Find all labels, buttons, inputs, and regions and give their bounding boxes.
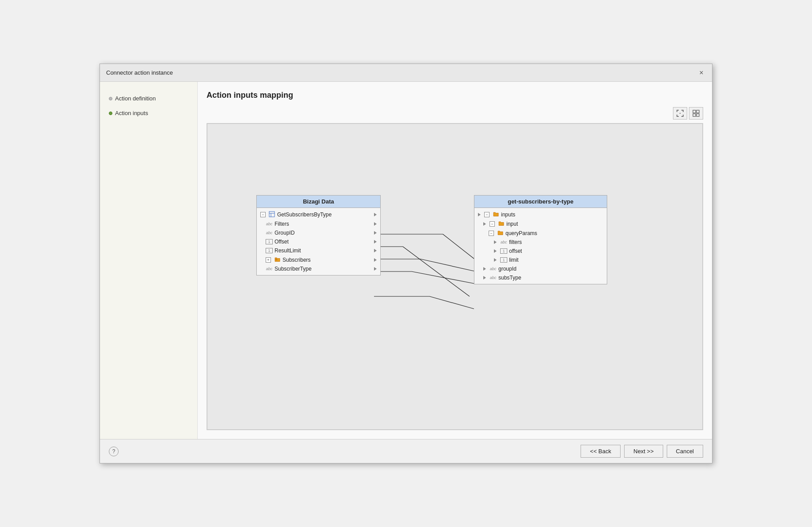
row-label-substype: subsType xyxy=(498,275,521,281)
table-row: − input xyxy=(480,219,607,228)
sidebar-label-action-definition: Action definition xyxy=(115,95,156,102)
right-data-box: get-subscribers-by-type − inputs xyxy=(474,195,607,284)
port-left-inputs xyxy=(478,213,481,216)
svg-rect-2 xyxy=(693,114,696,116)
row-label-getsubscribersbytype: GetSubscribersByType xyxy=(277,212,332,218)
svg-rect-3 xyxy=(697,114,699,116)
help-button[interactable]: ? xyxy=(109,447,119,456)
collapse-icon[interactable]: − xyxy=(489,231,494,236)
footer-buttons: << Back Next >> Cancel xyxy=(581,445,703,458)
num-icon: 1 xyxy=(266,248,273,253)
abc-icon: abc xyxy=(490,267,497,271)
folder-icon xyxy=(498,220,505,227)
title-bar: Connector action instance × xyxy=(100,64,712,82)
port-left-r-offset xyxy=(494,249,497,253)
abc-icon: abc xyxy=(500,240,507,244)
sidebar-label-action-inputs: Action inputs xyxy=(115,110,148,116)
cancel-button[interactable]: Cancel xyxy=(667,445,703,458)
num-icon: 1 xyxy=(266,239,273,244)
svg-line-9 xyxy=(421,259,474,271)
abc-icon: abc xyxy=(490,275,497,280)
collapse-icon[interactable]: − xyxy=(484,212,490,217)
port-left-groupid-r xyxy=(483,267,486,271)
table-row: abc groupId xyxy=(480,264,607,273)
dialog-title: Connector action instance xyxy=(106,69,173,76)
port-left-substype xyxy=(483,276,486,279)
num-icon: 1 xyxy=(500,248,507,254)
svg-line-7 xyxy=(403,247,470,296)
row-label-subscribertype: SubscriberType xyxy=(275,266,311,272)
port-right-groupid xyxy=(374,231,377,235)
table-row: abc filters xyxy=(490,238,607,247)
close-button[interactable]: × xyxy=(697,68,706,77)
sidebar: Action definition Action inputs xyxy=(100,82,198,439)
table-row: 1 offset xyxy=(490,247,607,256)
main-content: Action inputs mapping xyxy=(198,82,712,439)
fit-button[interactable] xyxy=(673,107,687,120)
row-label-groupid-r: groupId xyxy=(498,266,517,272)
svg-rect-1 xyxy=(697,110,699,113)
row-label-resultlimit: ResultLimit xyxy=(275,248,301,254)
dialog-body: Action definition Action inputs Action i… xyxy=(100,82,712,439)
connector-lines xyxy=(207,124,702,429)
row-label-input: input xyxy=(506,221,518,227)
abc-icon: abc xyxy=(266,222,273,226)
table-row: 1 ResultLimit xyxy=(262,246,380,255)
svg-line-11 xyxy=(412,271,474,283)
right-box-rows: − inputs − xyxy=(474,208,607,284)
row-label-r-filters: filters xyxy=(509,239,522,245)
table-row: − GetSubscribersByType xyxy=(257,210,380,220)
table-row: abc subsType xyxy=(480,273,607,282)
svg-rect-14 xyxy=(269,212,275,217)
port-right-subscribers xyxy=(374,258,377,262)
left-data-box: Bizagi Data − xyxy=(256,195,381,275)
abc-icon: abc xyxy=(266,231,273,235)
table-row: − inputs xyxy=(474,210,607,219)
page-title: Action inputs mapping xyxy=(207,91,703,100)
table-row: 1 limit xyxy=(490,256,607,264)
next-button[interactable]: Next >> xyxy=(624,445,663,458)
port-right-subscribertype xyxy=(374,267,377,271)
sidebar-item-action-inputs[interactable]: Action inputs xyxy=(109,110,188,116)
port-left-r-limit xyxy=(494,258,497,262)
row-label-queryparams: queryParams xyxy=(506,230,537,236)
row-label-filters: Filters xyxy=(275,221,289,227)
svg-rect-0 xyxy=(693,110,696,113)
sidebar-item-action-definition[interactable]: Action definition xyxy=(109,95,188,102)
folder-icon xyxy=(497,230,504,236)
table-row: − queryParams xyxy=(485,228,607,238)
left-box-title: Bizagi Data xyxy=(257,196,380,208)
toolbar xyxy=(207,107,703,120)
left-box-rows: − GetSubscribersByType xyxy=(257,208,380,275)
back-button[interactable]: << Back xyxy=(581,445,621,458)
collapse-icon[interactable]: − xyxy=(260,212,266,217)
mapping-canvas: Bizagi Data − xyxy=(207,123,703,430)
table-row: abc GroupID xyxy=(262,228,380,237)
right-box-title: get-subscribers-by-type xyxy=(474,196,607,208)
svg-line-13 xyxy=(430,296,474,309)
port-right-getsubscribers xyxy=(374,213,377,216)
layout-button[interactable] xyxy=(689,107,703,120)
num-icon: 1 xyxy=(500,257,507,263)
row-label-inputs: inputs xyxy=(501,212,515,218)
footer: ? << Back Next >> Cancel xyxy=(100,439,712,463)
table-icon xyxy=(268,211,275,218)
table-row: abc Filters xyxy=(262,220,380,228)
table-row: 1 Offset xyxy=(262,237,380,246)
table-row: abc SubscriberType xyxy=(262,264,380,273)
collapse-icon[interactable]: − xyxy=(490,221,495,227)
port-right-offset xyxy=(374,240,377,244)
port-right-filters xyxy=(374,222,377,226)
port-left-r-filters xyxy=(494,240,497,244)
folder-icon xyxy=(274,256,281,263)
row-label-subscribers: Subscribers xyxy=(283,257,310,263)
abc-icon: abc xyxy=(266,267,273,271)
row-label-r-offset: offset xyxy=(509,248,522,254)
row-label-r-limit: limit xyxy=(509,257,518,263)
folder-icon xyxy=(492,211,499,218)
expand-icon[interactable]: + xyxy=(266,257,271,263)
connector-dialog: Connector action instance × Action defin… xyxy=(100,64,712,463)
sidebar-dot-action-inputs xyxy=(109,112,112,115)
port-left-input xyxy=(483,222,486,226)
port-right-resultlimit xyxy=(374,249,377,252)
